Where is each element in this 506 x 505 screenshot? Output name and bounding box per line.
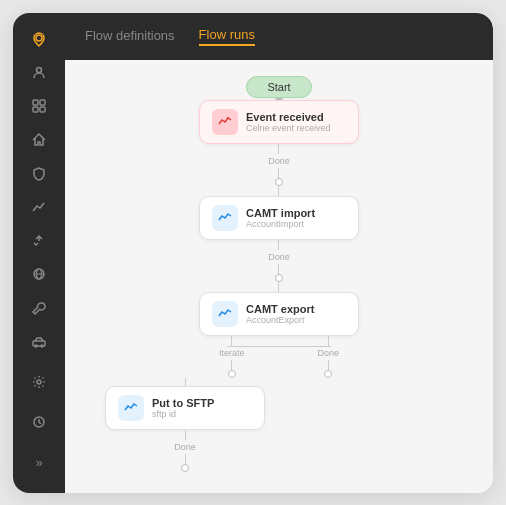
sidebar-icon-gear[interactable] [21,364,57,400]
connector-dot-done [324,370,332,378]
node-subtitle-event: Celne event received [246,123,331,133]
node-subtitle-import: AccountImport [246,219,315,229]
node-title-import: CAMT import [246,207,315,219]
node-icon-export [212,301,238,327]
node-info-sftp: Put to SFTP sftp id [152,397,214,419]
connector-dot-3 [275,274,283,282]
node-camt-export[interactable]: CAMT export AccountExport [199,292,359,336]
sidebar-icon-shield[interactable] [21,159,57,189]
label-done-sftp: Done [174,442,196,452]
sidebar-icon-tool[interactable] [21,293,57,323]
label-done-1: Done [268,156,290,166]
sidebar-icon-home[interactable] [21,125,57,155]
node-title-sftp: Put to SFTP [152,397,214,409]
svg-point-1 [37,67,42,72]
node-subtitle-export: AccountExport [246,315,314,325]
svg-point-0 [36,35,42,41]
sidebar-icon-car[interactable] [21,327,57,357]
label-done-3: Done [317,348,339,358]
svg-rect-4 [33,107,38,112]
node-camt-import[interactable]: CAMT import AccountImport [199,196,359,240]
sidebar-icon-plus-arrow[interactable] [21,226,57,256]
node-info-import: CAMT import AccountImport [246,207,315,229]
svg-point-14 [227,117,229,119]
node-info-export: CAMT export AccountExport [246,303,314,325]
node-title-event: Event received [246,111,331,123]
connector-dot-iterate [228,370,236,378]
node-info-event: Event received Celne event received [246,111,331,133]
sidebar-icon-globe[interactable] [21,260,57,290]
header: Flow definitions Flow runs [65,13,493,60]
connector-dot-sftp [181,464,189,472]
sidebar-bottom: » [21,364,57,480]
flow-canvas[interactable]: Start Event received Celne even [65,60,493,493]
node-start: Start [246,76,311,98]
sidebar-icon-chevron[interactable]: » [21,444,57,480]
app-container: » Flow definitions Flow runs Start [13,13,493,493]
flow-diagram: Start Event received Celne even [65,76,493,473]
label-done-2: Done [268,252,290,262]
sidebar: » [13,13,65,493]
sidebar-icon-user[interactable] [21,58,57,88]
node-icon-event [212,109,238,135]
tab-flow-runs[interactable]: Flow runs [199,27,255,46]
sidebar-icon-grid[interactable] [21,92,57,122]
sidebar-icon-location[interactable] [21,25,57,55]
svg-rect-3 [40,100,45,105]
node-event-received[interactable]: Event received Celne event received [199,100,359,144]
connector-dot-2 [275,178,283,186]
svg-point-12 [37,380,41,384]
sidebar-icon-chart[interactable] [21,192,57,222]
label-iterate: Iterate [219,348,245,358]
node-icon-sftp [118,395,144,421]
node-icon-import [212,205,238,231]
main-content: Flow definitions Flow runs Start [65,13,493,493]
node-put-sftp[interactable]: Put to SFTP sftp id [105,386,265,430]
svg-rect-5 [40,107,45,112]
svg-rect-2 [33,100,38,105]
node-subtitle-sftp: sftp id [152,409,214,419]
sidebar-icon-clock[interactable] [21,404,57,440]
node-title-export: CAMT export [246,303,314,315]
tab-flow-definitions[interactable]: Flow definitions [85,28,175,45]
